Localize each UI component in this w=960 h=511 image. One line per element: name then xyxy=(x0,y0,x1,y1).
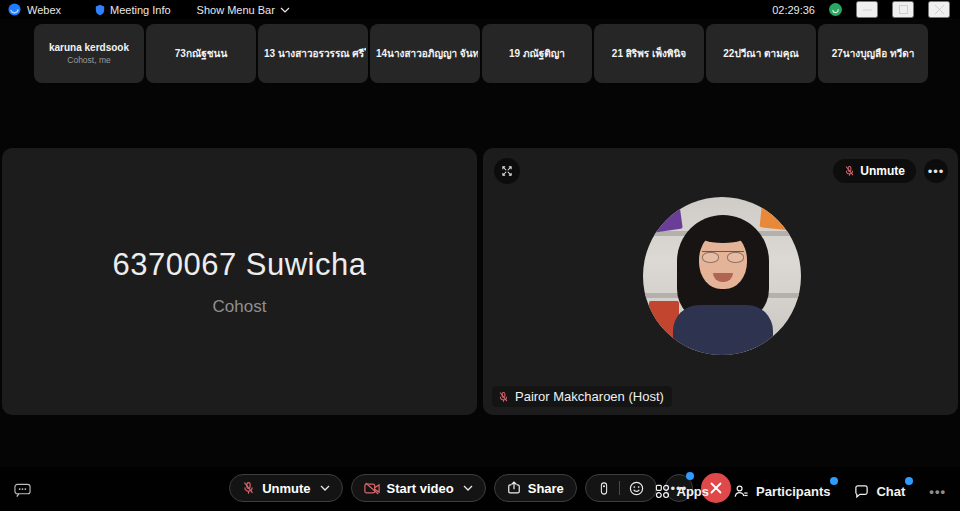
thumbnail-tile[interactable]: 14นางสาวอภิญญา จันทร์วัฒนี xyxy=(370,24,480,83)
expand-icon xyxy=(501,165,513,177)
notification-badge xyxy=(830,477,838,485)
chat-bubble-icon xyxy=(854,484,869,499)
host-avatar xyxy=(643,197,801,355)
chevron-down-icon[interactable] xyxy=(320,485,330,491)
tile-more-button[interactable]: ••• xyxy=(924,159,948,183)
mic-muted-icon xyxy=(242,481,255,495)
share-button[interactable]: Share xyxy=(494,474,577,502)
thumbnail-tile[interactable]: 21 สิริพร เพ็งพินิจ xyxy=(594,24,704,83)
unmute-button[interactable]: Unmute xyxy=(229,474,342,502)
thumbnail-tile[interactable]: karuna kerdsook Cohost, me xyxy=(34,24,144,83)
host-name-label: Pairor Makcharoen (Host) xyxy=(492,386,672,407)
shield-icon xyxy=(95,4,105,16)
participants-button[interactable]: Participants xyxy=(733,484,830,499)
app-title: Webex xyxy=(27,4,61,16)
participant-name: 6370067 Suwicha xyxy=(113,247,367,283)
video-tile-suwicha[interactable]: 6370067 Suwicha Cohost xyxy=(2,148,477,415)
chevron-down-icon xyxy=(280,7,290,13)
maximize-button[interactable] xyxy=(892,1,914,18)
thumbnail-tile[interactable]: 13 นางสาวอรวรรณ ศรีโสภเพชร xyxy=(258,24,368,83)
close-button[interactable] xyxy=(928,1,950,18)
start-video-button[interactable]: Start video xyxy=(351,474,486,502)
show-menu-bar-button[interactable]: Show Menu Bar xyxy=(197,4,290,16)
share-icon xyxy=(507,481,521,495)
camera-muted-icon xyxy=(364,482,380,495)
meeting-info-button[interactable]: Meeting Info xyxy=(95,4,171,16)
apps-grid-icon xyxy=(655,484,670,499)
clock: 02:29:36 xyxy=(772,4,815,16)
presence-avatar-icon[interactable] xyxy=(829,3,842,16)
record-reactions-group xyxy=(585,474,657,502)
record-icon xyxy=(598,481,610,496)
thumbnail-tile[interactable]: 73กณัฐชนน xyxy=(146,24,256,83)
titlebar: Webex Meeting Info Show Menu Bar 02:29:3… xyxy=(0,0,960,19)
expand-button[interactable] xyxy=(494,158,520,184)
more-icon: ••• xyxy=(929,484,946,499)
reactions-button[interactable] xyxy=(629,481,644,496)
minimize-button[interactable] xyxy=(856,1,878,18)
participant-filmstrip: karuna kerdsook Cohost, me 73กณัฐชนน 13 … xyxy=(34,24,928,83)
webex-logo-icon xyxy=(8,3,21,16)
far-more-button[interactable]: ••• xyxy=(929,484,946,499)
thumbnail-tile[interactable]: 27นางบุญลือ ทวีดา xyxy=(818,24,928,83)
chevron-down-icon[interactable] xyxy=(463,485,473,491)
notification-badge xyxy=(905,477,913,485)
participants-icon xyxy=(733,484,749,499)
notification-badge xyxy=(686,472,694,480)
thumbnail-tile[interactable]: 19 ภณัฐติญา xyxy=(482,24,592,83)
divider xyxy=(619,481,620,495)
video-tile-host[interactable]: Unmute ••• Pairor Makcharoen (Host) xyxy=(483,148,958,415)
control-bar: Unmute Start video xyxy=(0,467,960,511)
tile-unmute-button[interactable]: Unmute xyxy=(833,159,916,183)
smiley-icon xyxy=(629,481,644,496)
mic-muted-icon xyxy=(498,391,509,403)
record-button[interactable] xyxy=(598,481,610,496)
participant-role: Cohost xyxy=(213,297,267,317)
more-icon: ••• xyxy=(928,165,945,178)
apps-button[interactable]: Apps xyxy=(655,484,710,499)
thumbnail-tile[interactable]: 22ปวีณา ตามคุณ xyxy=(706,24,816,83)
mic-muted-icon xyxy=(844,165,855,177)
chat-button[interactable]: Chat xyxy=(854,484,905,499)
